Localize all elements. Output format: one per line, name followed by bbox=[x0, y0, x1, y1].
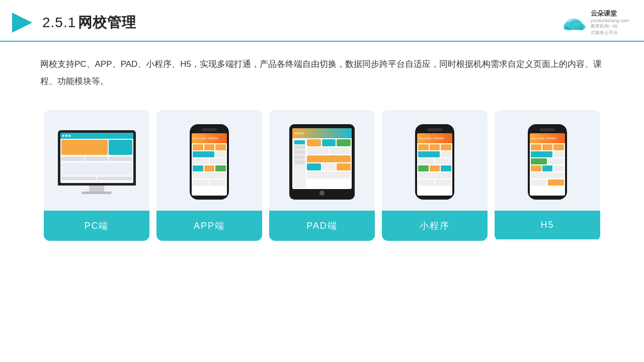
page-header: 2.5.1网校管理 云朵课堂 yunduoketang.com 教育机构一站 式… bbox=[0, 0, 644, 42]
card-label-h5: H5 bbox=[495, 211, 600, 239]
phone-device-mockup-app: 职达人的第一堂网课堂 bbox=[190, 124, 229, 200]
phone-device-mockup-miniapp: 职达人的第一堂网课堂 bbox=[415, 124, 454, 200]
description-text: 网校支持PC、APP、PAD、小程序、H5，实现多端打通，产品各终端自由切换，数… bbox=[0, 42, 644, 95]
card-miniapp: 职达人的第一堂网课堂 bbox=[382, 110, 488, 241]
header-left: 2.5.1网校管理 bbox=[10, 11, 136, 35]
card-label-app: APP端 bbox=[156, 211, 262, 241]
card-image-pc bbox=[44, 110, 149, 211]
card-label-miniapp: 小程序 bbox=[382, 211, 488, 241]
page-title: 2.5.1网校管理 bbox=[42, 13, 136, 32]
logo-area: 云朵课堂 yunduoketang.com 教育机构一站 式服务云平台 bbox=[560, 9, 629, 36]
pc-device-mockup bbox=[56, 130, 137, 194]
cloud-logo-icon bbox=[560, 14, 587, 32]
svg-marker-0 bbox=[12, 13, 32, 33]
card-label-pc: PC端 bbox=[44, 211, 149, 241]
card-pad: 网校管理 bbox=[269, 110, 375, 241]
phone-device-mockup-h5: 职达人的第一堂网课堂 bbox=[528, 124, 567, 200]
svg-point-5 bbox=[566, 18, 581, 29]
card-pc: PC端 bbox=[44, 110, 149, 241]
card-label-pad: PAD端 bbox=[269, 211, 375, 241]
logo-text: 云朵课堂 yunduoketang.com 教育机构一站 式服务云平台 bbox=[591, 9, 629, 36]
card-h5: 职达人的第一堂网课堂 bbox=[495, 110, 600, 241]
card-app: 职达人的第一堂网课堂 bbox=[156, 110, 262, 241]
tablet-home-button bbox=[319, 191, 325, 196]
card-image-h5: 职达人的第一堂网课堂 bbox=[495, 110, 600, 211]
tablet-device-mockup: 网校管理 bbox=[289, 124, 355, 200]
play-icon bbox=[10, 11, 34, 35]
cards-area: PC端 职达人的第一堂网课堂 bbox=[0, 100, 644, 251]
card-image-app: 职达人的第一堂网课堂 bbox=[156, 110, 262, 211]
card-image-pad: 网校管理 bbox=[269, 110, 375, 211]
card-image-miniapp: 职达人的第一堂网课堂 bbox=[382, 110, 488, 211]
